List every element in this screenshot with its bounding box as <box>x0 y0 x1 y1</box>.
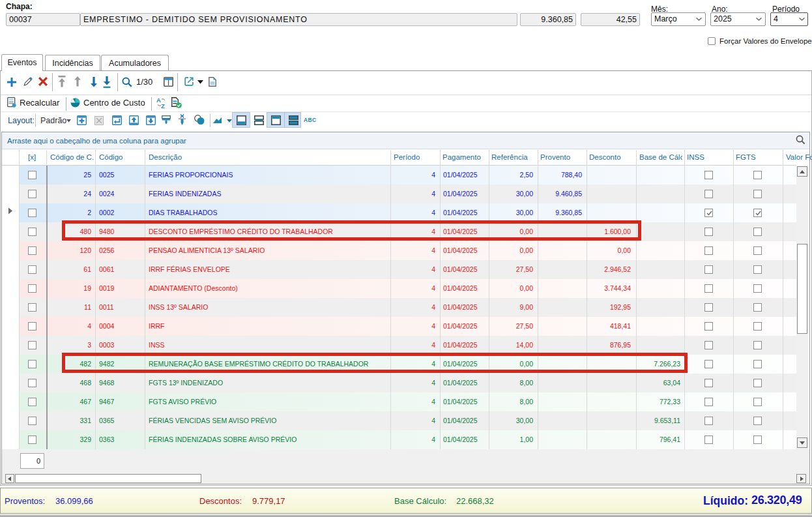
svg-text:Z: Z <box>161 102 165 109</box>
svg-text:A: A <box>156 97 161 104</box>
